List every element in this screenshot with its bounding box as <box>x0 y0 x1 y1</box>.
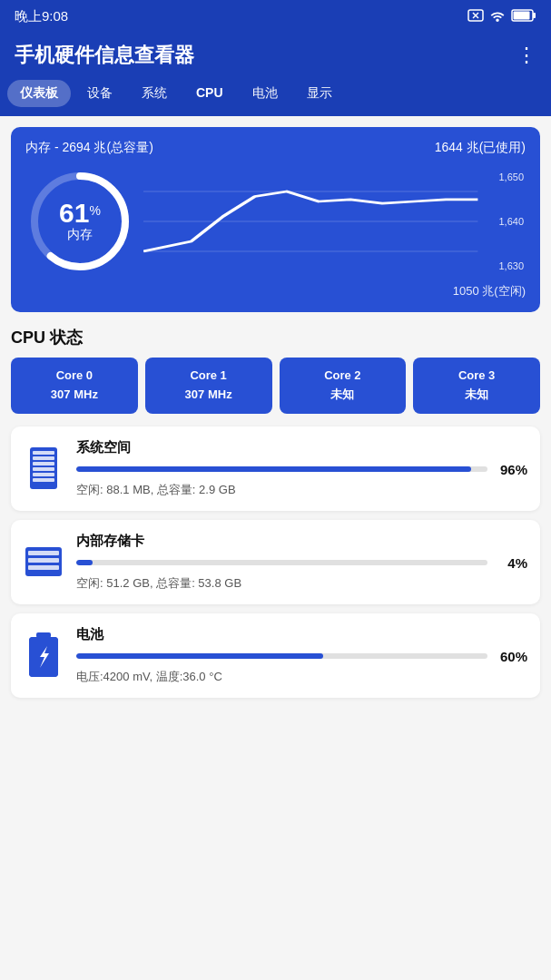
memory-percent-symbol: % <box>89 203 100 218</box>
card-percent-2: 60% <box>495 649 527 664</box>
svg-rect-14 <box>33 462 54 466</box>
svg-rect-16 <box>33 473 54 476</box>
status-icons <box>467 9 536 24</box>
card-title-2: 电池 <box>76 626 527 643</box>
progress-fill-1 <box>76 560 93 565</box>
cpu-core-1[interactable]: Core 1 307 MHz <box>145 358 272 414</box>
battery-x-icon <box>467 9 484 24</box>
card-body-0: 系统空间 96% 空闲: 88.1 MB, 总容量: 2.9 GB <box>76 439 527 498</box>
memory-chart: 1,650 1,640 1,630 <box>143 172 526 271</box>
card-percent-1: 4% <box>495 555 527 571</box>
storage-card-1: 内部存储卡 4% 空闲: 51.2 GB, 总容量: 53.8 GB <box>11 520 540 604</box>
battery-card: 电池 60% 电压:4200 mV, 温度:36.0 °C <box>11 613 540 698</box>
core-0-speed: 307 MHz <box>16 386 133 405</box>
cpu-section-title: CPU 状态 <box>11 327 540 348</box>
wifi-icon <box>489 9 506 24</box>
cpu-core-3[interactable]: Core 3 未知 <box>413 358 540 414</box>
svg-rect-12 <box>33 451 54 455</box>
card-percent-0: 96% <box>495 462 527 477</box>
cpu-core-2[interactable]: Core 2 未知 <box>280 358 407 414</box>
nav-tabs: 仪表板 设备 系统 CPU 电池 显示 <box>0 80 551 116</box>
svg-rect-4 <box>533 13 536 18</box>
tab-system[interactable]: 系统 <box>129 80 180 107</box>
y-label-bot: 1,630 <box>498 260 524 271</box>
storage-icon-0 <box>24 445 64 492</box>
tab-dashboard[interactable]: 仪表板 <box>7 80 71 107</box>
card-title-0: 系统空间 <box>76 439 527 456</box>
cpu-core-0[interactable]: Core 0 307 MHz <box>11 358 138 414</box>
tab-battery[interactable]: 电池 <box>240 80 290 107</box>
storage-icon-1 <box>24 538 64 585</box>
card-body-1: 内部存储卡 4% 空闲: 51.2 GB, 总容量: 53.8 GB <box>76 533 527 592</box>
svg-rect-20 <box>28 558 59 563</box>
svg-rect-17 <box>33 478 54 482</box>
core-1-name: Core 1 <box>151 367 267 386</box>
app-title: 手机硬件信息查看器 <box>15 42 194 69</box>
memory-header: 内存 - 2694 兆(总容量) 1644 兆(已使用) <box>25 140 526 156</box>
core-3-name: Core 3 <box>418 367 535 386</box>
card-detail-1: 空闲: 51.2 GB, 总容量: 53.8 GB <box>76 575 527 592</box>
core-0-name: Core 0 <box>16 367 133 386</box>
svg-rect-13 <box>33 456 54 460</box>
progress-bg-1 <box>76 560 487 565</box>
card-title-1: 内部存储卡 <box>76 533 527 550</box>
progress-fill-0 <box>76 466 471 472</box>
cpu-cores: Core 0 307 MHz Core 1 307 MHz Core 2 未知 … <box>11 358 540 414</box>
battery-card-icon <box>24 632 64 679</box>
more-menu-button[interactable]: ⋮ <box>517 44 536 67</box>
svg-rect-15 <box>33 467 54 471</box>
tab-cpu[interactable]: CPU <box>183 80 236 107</box>
card-detail-0: 空闲: 88.1 MB, 总容量: 2.9 GB <box>76 482 527 498</box>
card-bar-row-1: 4% <box>76 555 527 571</box>
header: 手机硬件信息查看器 ⋮ <box>0 33 551 80</box>
progress-bg-2 <box>76 653 487 659</box>
memory-body: 61 % 内存 1,650 1,640 <box>25 167 526 276</box>
status-time: 晚上9:08 <box>15 8 68 25</box>
y-label-mid: 1,640 <box>498 216 524 227</box>
status-bar: 晚上9:08 <box>0 0 551 33</box>
core-3-speed: 未知 <box>418 386 535 405</box>
storage-card-0: 系统空间 96% 空闲: 88.1 MB, 总容量: 2.9 GB <box>11 426 540 511</box>
memory-footer: 1050 兆(空闲) <box>25 283 526 299</box>
memory-center-label: 内存 <box>59 227 101 243</box>
memory-percent-value: 61 <box>59 200 89 227</box>
progress-bg-0 <box>76 466 487 472</box>
card-body-2: 电池 60% 电压:4200 mV, 温度:36.0 °C <box>76 626 527 685</box>
memory-total-label: 内存 - 2694 兆(总容量) <box>25 140 153 156</box>
memory-circle: 61 % 内存 <box>25 167 134 276</box>
main-content: 内存 - 2694 兆(总容量) 1644 兆(已使用) 61 % 内存 <box>0 116 551 718</box>
svg-rect-5 <box>514 11 530 19</box>
progress-fill-2 <box>76 653 323 659</box>
chart-y-labels: 1,650 1,640 1,630 <box>497 172 526 271</box>
tab-display[interactable]: 显示 <box>294 80 345 107</box>
y-label-top: 1,650 <box>498 172 524 182</box>
memory-card: 内存 - 2694 兆(总容量) 1644 兆(已使用) 61 % 内存 <box>11 127 540 312</box>
tab-device[interactable]: 设备 <box>74 80 125 107</box>
core-2-speed: 未知 <box>285 386 401 405</box>
svg-rect-19 <box>28 551 59 555</box>
card-bar-row-2: 60% <box>76 649 527 664</box>
core-2-name: Core 2 <box>285 367 401 386</box>
memory-used-label: 1644 兆(已使用) <box>435 140 526 156</box>
card-bar-row-0: 96% <box>76 462 527 477</box>
card-detail-2: 电压:4200 mV, 温度:36.0 °C <box>76 669 527 685</box>
circle-label: 61 % 内存 <box>59 200 101 243</box>
core-1-speed: 307 MHz <box>151 386 267 405</box>
svg-rect-21 <box>28 565 59 570</box>
battery-icon <box>511 9 536 24</box>
